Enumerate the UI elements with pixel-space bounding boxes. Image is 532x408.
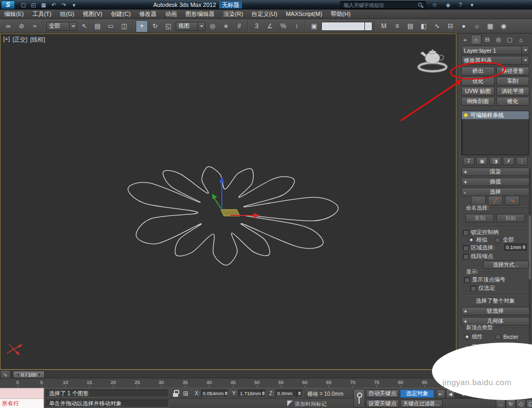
select-and-scale-icon[interactable]: ◱	[162, 20, 174, 32]
tab-motion-icon[interactable]: ◎	[493, 35, 504, 45]
rectangular-selection-region-icon[interactable]: ▭	[105, 20, 117, 32]
maximize-viewport-toggle-icon[interactable]: ◱	[526, 399, 532, 408]
window-crossing-icon[interactable]: ◫	[118, 20, 130, 32]
selected-object-dropdown[interactable]: 选定对象	[400, 389, 434, 398]
search-icon[interactable]	[418, 3, 423, 8]
align-icon[interactable]: ≡	[391, 20, 403, 32]
infocenter-favorites-icon[interactable]: ☆	[432, 2, 437, 9]
frame-forward-icon[interactable]	[39, 373, 42, 376]
set-key-button[interactable]: 设置关键点	[366, 399, 399, 407]
modifier-list-dropdown[interactable]: 修改器列表	[461, 56, 529, 65]
pin-stack-icon[interactable]: ↧	[463, 157, 475, 165]
spinner-arrows-icon[interactable]	[224, 390, 228, 397]
viewport-pov-label[interactable]: [正交]	[13, 36, 28, 44]
area-selection-checkbox[interactable]: 区域选择:	[463, 245, 495, 251]
modifier-button-bevel-profile[interactable]: 倒角剖面	[461, 97, 495, 106]
menu-item-3[interactable]: 视图(V)	[79, 10, 107, 19]
time-slider[interactable]: ∿ 0 / 100	[0, 370, 498, 378]
redo-icon[interactable]: ↷	[60, 1, 68, 9]
viewport-menu-plus[interactable]: [+]	[3, 36, 10, 44]
keyboard-shortcut-override-icon[interactable]: #	[233, 20, 245, 32]
undo-icon[interactable]: ↶	[49, 1, 58, 9]
layer-manager-icon[interactable]: ▤	[404, 20, 417, 32]
transform-gizmo[interactable]	[212, 177, 260, 218]
named-selection-sets-dropdown[interactable]	[321, 22, 372, 31]
use-pivot-point-center-icon[interactable]: ◎	[206, 20, 219, 32]
bind-to-space-warp-icon[interactable]: ≈	[29, 20, 41, 32]
menu-item-6[interactable]: 动画	[161, 10, 181, 19]
curve-editor-icon[interactable]: ∿	[431, 20, 443, 32]
remove-modifier-icon[interactable]: ✗	[503, 157, 514, 165]
configure-modifier-sets-icon[interactable]: ⋮	[516, 157, 528, 165]
tab-hierarchy-icon[interactable]: ⊟	[482, 35, 493, 45]
selected-only-checkbox[interactable]: 仅选定	[470, 285, 529, 292]
area-selection-spinner[interactable]: 0.1mm	[504, 244, 527, 251]
vertex-type-linear[interactable]: 线性	[464, 333, 495, 340]
rendered-frame-window-icon[interactable]: ▦	[484, 20, 496, 32]
menu-item-5[interactable]: 修改器	[135, 10, 161, 19]
communication-center-icon[interactable]: ◈	[446, 2, 450, 9]
menu-item-11[interactable]: 帮助(H)	[327, 10, 355, 19]
mini-curve-editor-icon[interactable]: ∿	[0, 370, 11, 379]
angle-snap-toggle-icon[interactable]: ∠	[264, 20, 276, 32]
material-editor-icon[interactable]: ●	[458, 20, 470, 32]
menu-item-0[interactable]: 编辑(E)	[0, 10, 28, 19]
menu-item-4[interactable]: 创建(C)	[106, 10, 135, 19]
z-coordinate-field[interactable]: 0.0mm	[276, 389, 303, 397]
maxscript-macro-recorder-line[interactable]	[0, 388, 44, 398]
modifier-button-optimize[interactable]: 优化	[461, 77, 495, 86]
modifier-button-turbosmooth[interactable]: 涡轮平滑	[496, 87, 530, 96]
tab-modify-icon[interactable]: ∩	[471, 35, 481, 45]
selection-filter-dropdown[interactable]: 全部	[46, 22, 77, 31]
rollout-soft-selection[interactable]: +软选择	[461, 307, 529, 315]
render-production-icon[interactable]: ◉	[497, 20, 510, 32]
auto-key-button[interactable]: 自动关键点	[366, 389, 399, 398]
maxscript-listener-line[interactable]: 所有行	[0, 398, 44, 408]
copy-button[interactable]: 复制	[466, 214, 494, 222]
grid-snap-icon[interactable]: ⊞	[183, 390, 188, 397]
unlink-selection-icon[interactable]: ⊘	[15, 20, 28, 32]
tab-create-icon[interactable]: +	[460, 35, 470, 45]
time-tag-label[interactable]: 添加时间标记	[295, 401, 327, 408]
menu-item-10[interactable]: MAXScript(M)	[281, 10, 326, 19]
spinner-arrows-icon[interactable]	[521, 244, 526, 251]
select-by-name-icon[interactable]: ▤	[92, 20, 104, 32]
vertex-type-bezier[interactable]: Bezier	[495, 333, 527, 340]
modifier-stack[interactable]: 可编辑样条线	[461, 111, 529, 155]
mirror-icon[interactable]: M	[378, 20, 390, 32]
tab-utilities-icon[interactable]: ⌂	[516, 35, 526, 45]
panel-scrollbar-thumb[interactable]	[529, 215, 531, 279]
menu-item-7[interactable]: 图形编辑器	[181, 10, 219, 19]
y-coordinate-field[interactable]: 1.716mm	[238, 389, 266, 397]
rollout-selection[interactable]: -选择	[461, 188, 529, 196]
show-end-result-icon[interactable]: ▣	[476, 157, 488, 165]
tab-display-icon[interactable]: ▢	[504, 35, 515, 45]
open-file-icon[interactable]: ◰	[29, 1, 38, 9]
layer-dropdown[interactable]: Layer:layer 1	[461, 46, 529, 55]
modifier-stack-item[interactable]: 可编辑样条线	[462, 111, 529, 119]
select-and-move-icon[interactable]: +	[136, 20, 148, 32]
key-filters-button[interactable]: 关键点过滤器...	[400, 399, 443, 407]
render-setup-icon[interactable]: ☼	[471, 20, 483, 32]
modifier-button-lathe[interactable]: 车削	[496, 77, 530, 86]
project-menu-icon[interactable]: ▾	[70, 1, 78, 9]
select-and-rotate-icon[interactable]: ↻	[149, 20, 161, 32]
go-to-start-button[interactable]: ⇤	[436, 389, 445, 398]
show-vertex-numbers-checkbox[interactable]: 显示顶点编号	[464, 277, 529, 283]
modifier-button-taper[interactable]: 锥化	[496, 97, 530, 106]
spinner-arrows-icon[interactable]	[296, 390, 302, 397]
track-bar[interactable]: 0510152025303540455055606570758085909510…	[0, 379, 498, 388]
field-of-view-icon[interactable]: ◇	[516, 399, 526, 408]
menu-item-8[interactable]: 渲染(R)	[219, 10, 247, 19]
snap-toggle-3d-icon[interactable]: 3	[251, 20, 263, 32]
spinner-arrows-icon[interactable]	[261, 390, 265, 397]
select-object-icon[interactable]: ↖	[78, 20, 90, 32]
percent-snap-toggle-icon[interactable]: %	[277, 20, 289, 32]
panel-scrollbar[interactable]	[529, 168, 531, 369]
save-file-icon[interactable]: ▦	[39, 1, 48, 9]
modifier-button-path-deform[interactable]: 路径变形	[496, 66, 530, 76]
paste-button[interactable]: 粘贴	[496, 214, 525, 222]
select-and-link-icon[interactable]: ∞	[2, 20, 14, 32]
menu-item-2[interactable]: 组(G)	[56, 10, 79, 19]
make-unique-icon[interactable]: ◨	[489, 157, 501, 165]
